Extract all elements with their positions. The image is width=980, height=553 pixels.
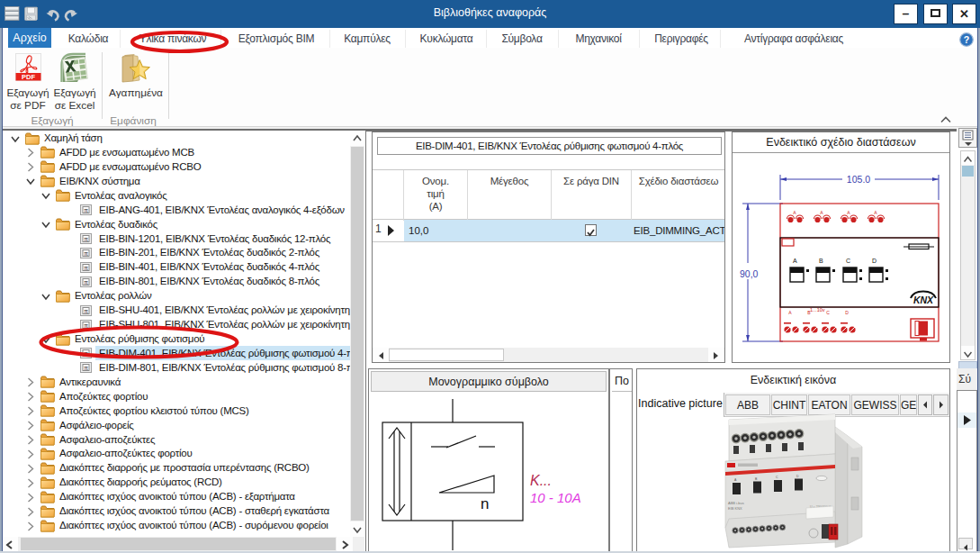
svg-text:10 - 10A: 10 - 10A — [530, 490, 581, 505]
svg-text:PDF: PDF — [22, 73, 35, 81]
svg-text:EIB KNX: EIB KNX — [728, 506, 742, 511]
svg-text:90,0: 90,0 — [740, 268, 759, 279]
svg-text:K...: K... — [530, 473, 552, 488]
svg-text:A: A — [793, 210, 796, 215]
svg-text:D: D — [872, 258, 877, 264]
svg-text:n: n — [481, 495, 489, 512]
svg-text:KNX: KNX — [913, 295, 934, 305]
svg-text:1...10v: 1...10v — [810, 307, 825, 313]
svg-text:A: A — [788, 310, 792, 315]
svg-text:105.0: 105.0 — [847, 174, 870, 185]
svg-text:C: C — [846, 258, 850, 264]
svg-text:B: B — [819, 258, 823, 264]
svg-text:A: A — [793, 258, 797, 264]
svg-text:C: C — [826, 310, 830, 315]
svg-text:ABB i-bus: ABB i-bus — [728, 501, 744, 505]
svg-text:?: ? — [964, 34, 970, 45]
svg-text:D: D — [845, 310, 849, 315]
